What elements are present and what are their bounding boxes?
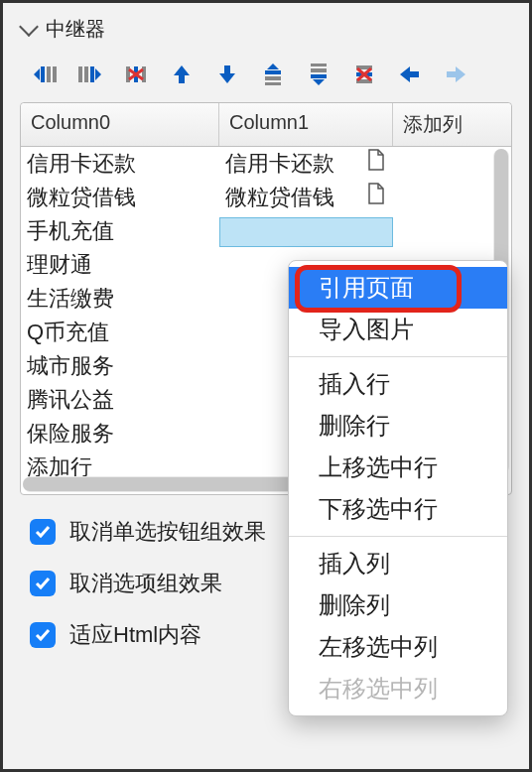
svg-rect-20 bbox=[265, 82, 281, 85]
svg-rect-22 bbox=[311, 68, 327, 72]
ctx-move-row-up[interactable]: 上移选中行 bbox=[289, 447, 507, 488]
svg-marker-30 bbox=[400, 66, 410, 82]
delete-column-icon[interactable] bbox=[121, 63, 151, 86]
table-row[interactable]: 微粒贷借钱微粒贷借钱 bbox=[21, 181, 511, 214]
cell-col0[interactable]: 理财通 bbox=[21, 248, 219, 282]
ctx-separator bbox=[289, 356, 507, 357]
cell-col0[interactable]: 信用卡还款 bbox=[21, 147, 219, 181]
svg-rect-14 bbox=[179, 74, 185, 83]
svg-rect-5 bbox=[84, 66, 88, 82]
ctx-separator bbox=[289, 536, 507, 537]
panel-header[interactable]: 中继器 bbox=[0, 0, 532, 49]
page-reference-icon bbox=[367, 183, 385, 212]
cell-col1[interactable]: 信用卡还款 bbox=[219, 147, 393, 181]
checkbox-checked-icon bbox=[30, 622, 56, 648]
move-right-icon[interactable] bbox=[441, 63, 470, 86]
svg-marker-17 bbox=[267, 64, 279, 69]
checkbox-label: 取消单选按钮组效果 bbox=[69, 517, 266, 547]
delete-row-icon[interactable] bbox=[349, 63, 379, 86]
ctx-delete-row[interactable]: 删除行 bbox=[289, 405, 507, 447]
cell-col0[interactable]: 手机充值 bbox=[21, 214, 219, 248]
svg-marker-13 bbox=[174, 65, 190, 75]
ctx-delete-column[interactable]: 删除列 bbox=[289, 584, 507, 626]
cell-col0[interactable]: 腾讯公益 bbox=[21, 383, 219, 417]
ctx-move-column-right[interactable]: 右移选中列 bbox=[289, 668, 507, 709]
ctx-move-column-left[interactable]: 左移选中列 bbox=[289, 626, 507, 668]
column-header-0[interactable]: Column0 bbox=[21, 103, 219, 146]
svg-rect-2 bbox=[47, 66, 51, 82]
svg-rect-1 bbox=[41, 66, 45, 82]
insert-column-right-icon[interactable] bbox=[75, 63, 105, 86]
svg-rect-10 bbox=[142, 66, 146, 82]
checkbox-checked-icon bbox=[30, 571, 56, 596]
svg-marker-33 bbox=[456, 66, 466, 82]
checkbox-label: 适应Html内容 bbox=[69, 620, 201, 650]
svg-rect-21 bbox=[311, 64, 327, 66]
ctx-move-row-down[interactable]: 下移选中行 bbox=[289, 488, 507, 530]
svg-rect-18 bbox=[265, 70, 281, 74]
svg-rect-19 bbox=[265, 76, 281, 80]
svg-rect-15 bbox=[224, 65, 230, 74]
table-header-row: Column0 Column1 添加列 bbox=[21, 103, 511, 147]
svg-rect-6 bbox=[90, 66, 94, 82]
toolbar bbox=[0, 49, 532, 96]
table-row[interactable]: 手机充值 bbox=[21, 214, 511, 248]
cell-col0[interactable]: Q币充值 bbox=[21, 316, 219, 349]
svg-marker-7 bbox=[95, 68, 101, 80]
svg-marker-24 bbox=[313, 79, 325, 85]
checkbox-label: 取消选项组效果 bbox=[69, 569, 222, 598]
svg-marker-0 bbox=[34, 68, 40, 80]
svg-marker-16 bbox=[219, 73, 235, 83]
svg-rect-4 bbox=[78, 66, 82, 82]
cell-col1[interactable] bbox=[219, 217, 393, 247]
checkbox-checked-icon bbox=[30, 519, 56, 545]
svg-rect-23 bbox=[311, 74, 327, 78]
ctx-insert-row[interactable]: 插入行 bbox=[289, 363, 507, 405]
cell-col0[interactable]: 微粒贷借钱 bbox=[21, 181, 219, 214]
cell-col2[interactable] bbox=[393, 195, 486, 199]
move-up-icon[interactable] bbox=[167, 63, 197, 86]
insert-column-left-icon[interactable] bbox=[30, 63, 60, 86]
page-reference-icon bbox=[367, 149, 385, 179]
insert-row-below-icon[interactable] bbox=[304, 63, 333, 86]
ctx-reference-page[interactable]: 引用页面 bbox=[289, 267, 507, 309]
svg-rect-31 bbox=[409, 71, 419, 77]
column-header-1[interactable]: Column1 bbox=[219, 103, 393, 146]
add-column-header[interactable]: 添加列 bbox=[393, 103, 486, 146]
ctx-insert-column[interactable]: 插入列 bbox=[289, 543, 507, 584]
cell-col1[interactable]: 微粒贷借钱 bbox=[219, 181, 393, 214]
cell-col0[interactable]: 保险服务 bbox=[21, 417, 219, 450]
cell-col2[interactable] bbox=[393, 229, 486, 233]
move-down-icon[interactable] bbox=[212, 63, 242, 86]
cell-col0[interactable]: 生活缴费 bbox=[21, 282, 219, 316]
move-left-icon[interactable] bbox=[395, 63, 425, 86]
svg-rect-32 bbox=[447, 71, 457, 77]
chevron-down-icon bbox=[19, 17, 39, 37]
insert-row-above-icon[interactable] bbox=[258, 63, 288, 86]
context-menu: 引用页面 导入图片 插入行 删除行 上移选中行 下移选中行 插入列 删除列 左移… bbox=[288, 260, 508, 716]
table-row[interactable]: 信用卡还款信用卡还款 bbox=[21, 147, 511, 181]
svg-rect-3 bbox=[53, 66, 57, 82]
svg-rect-8 bbox=[126, 66, 130, 82]
cell-col0[interactable]: 城市服务 bbox=[21, 349, 219, 383]
panel-title: 中继器 bbox=[46, 16, 105, 43]
ctx-import-image[interactable]: 导入图片 bbox=[289, 309, 507, 350]
cell-col2[interactable] bbox=[393, 162, 486, 166]
